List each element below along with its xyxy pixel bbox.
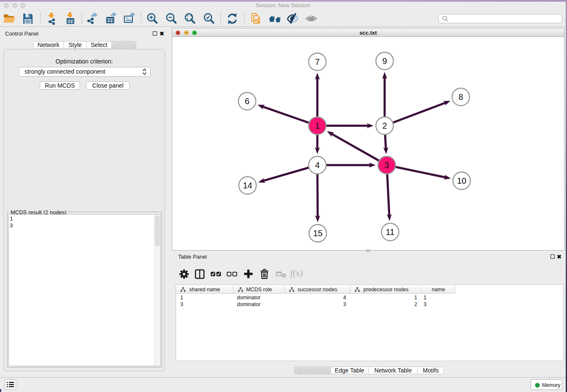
svg-text:15: 15 bbox=[313, 229, 322, 238]
svg-text:8: 8 bbox=[458, 92, 463, 102]
svg-text:2: 2 bbox=[382, 121, 387, 130]
svg-text:6: 6 bbox=[245, 97, 249, 106]
svg-text:1: 1 bbox=[315, 121, 319, 130]
svg-text:11: 11 bbox=[386, 227, 395, 237]
svg-text:14: 14 bbox=[243, 181, 252, 190]
svg-text:4: 4 bbox=[315, 160, 319, 170]
svg-text:7: 7 bbox=[315, 57, 319, 66]
svg-text:9: 9 bbox=[382, 56, 387, 66]
svg-text:3: 3 bbox=[384, 160, 389, 170]
svg-text:10: 10 bbox=[457, 176, 466, 185]
